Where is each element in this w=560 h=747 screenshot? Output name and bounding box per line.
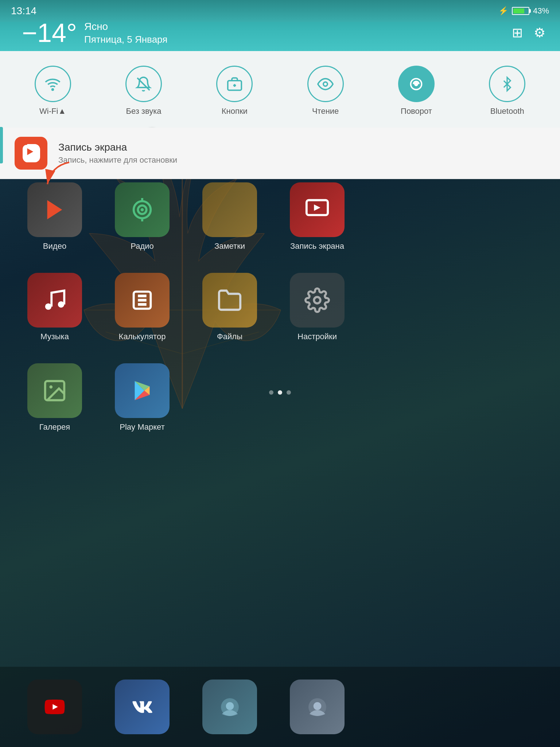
dock-vk[interactable] — [109, 680, 175, 734]
screen-record-notification[interactable]: Запись экрана Запись, нажмите для остано… — [0, 128, 560, 179]
app-play-market[interactable]: Play Маркет — [109, 363, 175, 432]
svg-point-18 — [141, 208, 144, 212]
bluetooth-label: Bluetooth — [490, 107, 524, 116]
page-dot-1 — [269, 390, 273, 395]
calculator-label: Калькулятор — [119, 332, 166, 341]
calc-icon — [115, 273, 170, 328]
toggle-wifi[interactable]: Wi-Fi▲ — [35, 66, 71, 116]
weather-date: Пятница, 5 Января — [84, 34, 167, 45]
app-files[interactable]: Файлы — [197, 273, 262, 341]
app-notes[interactable]: Заметки — [197, 182, 262, 251]
files-label: Файлы — [217, 332, 242, 341]
screen-rec-icon — [290, 182, 345, 237]
app-gallery[interactable]: Галерея — [22, 363, 88, 432]
vk-dock-icon — [115, 680, 170, 734]
rotation-circle — [398, 66, 435, 102]
status-bar: 13:14 ⚡ 43% — [0, 0, 560, 22]
radio-label: Радио — [131, 241, 154, 251]
screen-record-title: Запись экрана — [58, 142, 177, 153]
files-icon — [202, 273, 257, 328]
svg-point-5 — [52, 89, 54, 90]
panel-left-indicator — [0, 127, 3, 163]
buttons-circle — [216, 66, 253, 102]
settings-icon[interactable]: ⚙ — [534, 25, 545, 40]
silent-label: Без звука — [126, 107, 161, 116]
bluetooth-circle — [489, 66, 525, 102]
app-row-3: Галерея Play Маркет — [22, 363, 538, 432]
battery-bar — [512, 7, 529, 15]
youtube-dock-icon — [27, 680, 82, 734]
app-grid: Видео Радио Заметки — [0, 168, 560, 468]
arrow-annotation — [36, 159, 80, 195]
page-dot-2 — [278, 390, 282, 395]
app-settings[interactable]: Настройки — [284, 273, 350, 341]
app-screen-record[interactable]: Запись экрана — [284, 182, 350, 251]
notes-icon — [202, 182, 257, 237]
app-calculator[interactable]: Калькулятор — [109, 273, 175, 341]
temperature: −14° — [22, 20, 77, 46]
app-radio[interactable]: Радио — [109, 182, 175, 251]
svg-point-10 — [323, 82, 327, 86]
svg-marker-20 — [314, 204, 320, 211]
svg-point-38 — [313, 702, 321, 710]
page-indicators — [0, 390, 560, 395]
dock-msg2[interactable] — [284, 680, 350, 734]
app-row-2: Музыка Калькулятор Файлы — [22, 273, 538, 341]
status-right: ⚡ 43% — [498, 6, 549, 16]
reading-circle — [307, 66, 344, 102]
toggle-silent[interactable]: Без звука — [125, 66, 162, 116]
wifi-circle — [35, 66, 71, 102]
wifi-label: Wi-Fi▲ — [39, 107, 66, 116]
status-time: 13:14 — [11, 5, 36, 17]
toggle-bluetooth[interactable]: Bluetooth — [489, 66, 525, 116]
music-label: Музыка — [40, 332, 69, 341]
music-icon — [27, 273, 82, 328]
svg-point-27 — [314, 297, 320, 303]
weather-details: Ясно Пятница, 5 Января — [84, 21, 167, 45]
battery-charging-icon: ⚡ — [498, 6, 508, 16]
screen-rec-label: Запись экрана — [290, 241, 344, 251]
dock-msg1[interactable] — [197, 680, 262, 734]
settings-app-icon — [290, 273, 345, 328]
toggle-reading[interactable]: Чтение — [307, 66, 344, 116]
buttons-label: Кнопки — [222, 107, 248, 116]
weather-condition: Ясно — [84, 21, 167, 32]
video-label: Видео — [43, 241, 66, 251]
radio-icon — [115, 182, 170, 237]
svg-point-29 — [49, 385, 52, 388]
msg2-dock-icon — [290, 680, 345, 734]
settings-label: Настройки — [298, 332, 337, 341]
svg-point-12 — [415, 82, 418, 85]
header-icons: ⊞ ⚙ — [512, 25, 545, 40]
quick-toggles: Wi-Fi▲ Без звука — [7, 62, 553, 123]
weather-info: −14° Ясно Пятница, 5 Января — [22, 20, 167, 46]
play-market-label: Play Маркет — [120, 422, 164, 432]
page-dot-3 — [287, 390, 291, 395]
toggle-rotation[interactable]: Поворот — [398, 66, 435, 116]
svg-marker-15 — [47, 200, 62, 220]
bottom-dock — [0, 667, 560, 747]
svg-point-36 — [226, 702, 234, 710]
app-music[interactable]: Музыка — [22, 273, 88, 341]
reading-label: Чтение — [312, 107, 339, 116]
toggle-buttons[interactable]: Кнопки — [216, 66, 253, 116]
rotation-label: Поворот — [401, 107, 432, 116]
msg1-dock-icon — [202, 680, 257, 734]
battery-percent: 43% — [533, 6, 549, 16]
app-row-1: Видео Радио Заметки — [22, 182, 538, 251]
grid-icon[interactable]: ⊞ — [512, 25, 523, 40]
gallery-label: Галерея — [39, 422, 70, 432]
notes-label: Заметки — [214, 241, 245, 251]
dock-youtube[interactable] — [22, 680, 88, 734]
silent-circle — [125, 66, 162, 102]
